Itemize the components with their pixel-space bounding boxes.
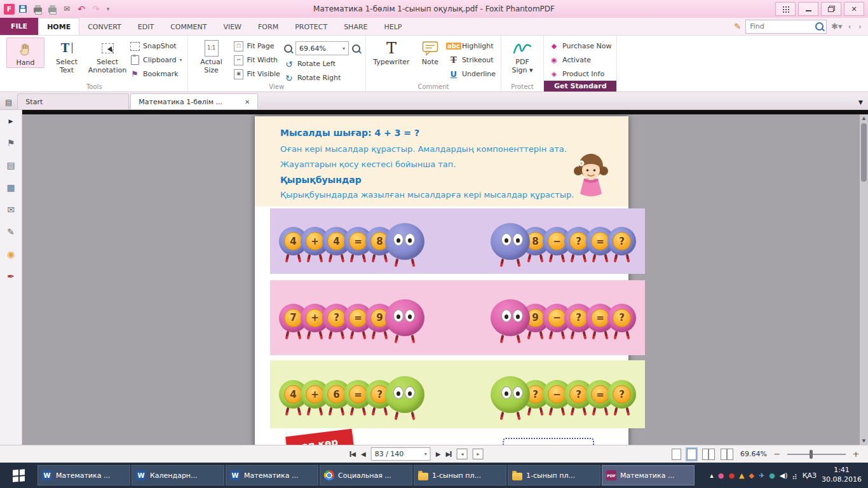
facing-view-button[interactable] (702, 449, 715, 460)
tray-app-red-icon[interactable]: ● (728, 472, 735, 479)
document-area[interactable]: Мысалды шығар: 4 + 3 = ? Оған кері мысал… (22, 110, 868, 445)
select-annotation-button[interactable]: Select Annotation (89, 37, 126, 74)
scroll-up-icon[interactable]: ▲ (862, 114, 865, 122)
expand-ribbon-icon[interactable]: › (857, 22, 863, 31)
taskbar-item[interactable]: PDFМатематика ... (602, 465, 695, 485)
single-page-view-button[interactable] (672, 449, 681, 460)
note-button[interactable]: Note (416, 37, 445, 67)
undo-icon[interactable]: ↶ (75, 3, 88, 15)
save-icon[interactable] (17, 3, 29, 15)
select-text-button[interactable]: T Select Text (48, 37, 85, 74)
bookmarks-panel-icon[interactable]: ⚑ (7, 139, 15, 147)
zoom-in-button[interactable]: + (851, 449, 860, 459)
volume-icon[interactable]: ◀) (780, 472, 788, 479)
hand-tool-button[interactable]: Hand (6, 37, 44, 68)
taskbar-item[interactable]: WКалендарн... (132, 465, 224, 485)
previous-page-button[interactable]: ◀ (361, 451, 366, 458)
activate-button[interactable]: ◉ Activate (549, 55, 611, 65)
get-standard-button[interactable]: Get Standard (544, 81, 616, 92)
taskbar-item[interactable]: WМатематика ... (37, 465, 130, 485)
tray-app-orange-icon[interactable]: ◆ (749, 472, 754, 479)
tray-app-teal-icon[interactable]: ● (769, 472, 775, 479)
menu-tab-share[interactable]: SHARE (336, 18, 376, 35)
fit-page-button[interactable]: □ Fit Page (234, 41, 280, 51)
fit-width-button[interactable]: ↔ Fit Width (234, 55, 280, 65)
product-info-button[interactable]: ◈ Product Info (549, 69, 611, 79)
tab-list-icon[interactable]: ▤ (5, 98, 12, 107)
menu-tab-convert[interactable]: CONVERT (79, 18, 130, 35)
clock[interactable]: 1:41 30.08.2016 (822, 466, 862, 485)
tab-overflow-icon[interactable]: ▼ (858, 99, 863, 105)
vertical-scrollbar[interactable]: ▲ ▼ (860, 114, 868, 445)
zoom-slider-handle[interactable] (810, 450, 813, 459)
snapshot-button[interactable]: SnapShot (130, 41, 182, 51)
menu-tab-comment[interactable]: COMMENT (162, 18, 215, 35)
security-panel-icon[interactable]: ◉ (7, 250, 15, 259)
email-icon[interactable]: ✉ (60, 3, 73, 15)
redo-icon[interactable]: ↷ (90, 3, 102, 15)
zoom-out-icon[interactable] (284, 44, 292, 53)
foxit-logo-icon[interactable]: F (4, 4, 15, 15)
find-input[interactable] (749, 22, 813, 31)
previous-view-button[interactable]: ◂ (457, 449, 468, 459)
collapse-ribbon-icon[interactable]: ‹ (847, 22, 853, 31)
network-icon[interactable]: ⣴ (792, 472, 797, 479)
tab-start[interactable]: Start (17, 93, 129, 109)
typewriter-button[interactable]: T Typewriter (371, 37, 412, 67)
toolbar-dropdown-icon[interactable]: ▾ (104, 3, 112, 15)
start-button[interactable] (0, 463, 37, 488)
menu-tab-file[interactable]: FILE (0, 18, 38, 35)
scroll-down-icon[interactable]: ▼ (862, 437, 865, 445)
next-page-button[interactable]: ▶ (436, 451, 441, 458)
quick-print-icon[interactable] (46, 3, 58, 15)
tray-app-blue-icon[interactable]: ✈ (759, 472, 764, 479)
minimize-button[interactable] (798, 2, 818, 16)
next-view-button[interactable]: ▸ (473, 449, 484, 459)
taskbar-item[interactable]: WМатематика ... (226, 465, 318, 485)
tray-expand-icon[interactable]: ▴ (710, 472, 714, 479)
zoom-level-combobox[interactable]: 69.64% ▾ (295, 41, 349, 55)
clipboard-button[interactable]: Clipboard ▾ (130, 55, 182, 65)
last-page-button[interactable]: ▶ (445, 451, 452, 458)
zoom-slider[interactable] (787, 449, 846, 459)
pdf-page[interactable]: Мысалды шығар: 4 + 3 = ? Оған кері мысал… (255, 116, 628, 445)
pdf-sign-button[interactable]: PDF Sign ▾ (506, 37, 538, 74)
signature-panel-icon[interactable]: ✒ (7, 272, 15, 281)
attachments-panel-icon[interactable]: ✎ (7, 227, 15, 236)
menu-tab-view[interactable]: VIEW (215, 18, 250, 35)
strikeout-button[interactable]: T Strikeout (449, 55, 496, 65)
search-icon[interactable] (815, 22, 824, 30)
rotate-right-button[interactable]: ↻ Rotate Right (284, 72, 360, 83)
highlight-button[interactable]: abc Highlight (449, 41, 496, 51)
underline-button[interactable]: U Underline (449, 69, 496, 79)
expand-panel-icon[interactable]: ▸ (8, 116, 13, 125)
menu-tab-edit[interactable]: EDIT (130, 18, 162, 35)
continuous-view-button[interactable] (687, 449, 696, 460)
pages-panel-icon[interactable]: ▤ (6, 161, 15, 170)
actual-size-button[interactable]: 1:1 Actual Size (193, 37, 230, 74)
scrollbar-thumb[interactable] (861, 123, 867, 182)
layers-panel-icon[interactable]: ▦ (6, 183, 15, 192)
menu-tab-help[interactable]: HELP (376, 18, 410, 35)
bookmark-button[interactable]: ⚑ Bookmark (130, 69, 182, 79)
tray-warning-icon[interactable]: ▲ (739, 472, 744, 479)
menu-tab-home[interactable]: HOME (38, 18, 79, 35)
menu-tab-form[interactable]: FORM (250, 18, 287, 35)
zoom-in-icon[interactable] (352, 44, 360, 53)
print-icon[interactable] (31, 3, 44, 15)
close-button[interactable]: ✕ (844, 2, 864, 16)
menu-tab-protect[interactable]: PROTECT (287, 18, 336, 35)
taskbar-item[interactable]: 1-сынып пл... (508, 465, 600, 485)
page-number-input[interactable]: 83 / 140 ▾ (371, 447, 431, 461)
taskbar-item[interactable]: 1-сынып пл... (414, 465, 506, 485)
tray-app-pink-icon[interactable]: ● (718, 472, 724, 479)
first-page-button[interactable]: ◀ (349, 451, 356, 458)
continuous-facing-view-button[interactable] (721, 449, 733, 460)
gear-icon[interactable]: ✱▾ (831, 22, 842, 31)
fit-visible-button[interactable]: ▣ Fit Visible (234, 69, 280, 79)
tab-document[interactable]: Математика 1-бөлім ... ✕ (130, 93, 258, 109)
zoom-out-button[interactable]: − (773, 449, 782, 459)
tab-close-icon[interactable]: ✕ (234, 98, 250, 105)
collaboration-icon[interactable] (775, 2, 796, 16)
purchase-now-button[interactable]: ◆ Purchase Now (549, 41, 611, 51)
